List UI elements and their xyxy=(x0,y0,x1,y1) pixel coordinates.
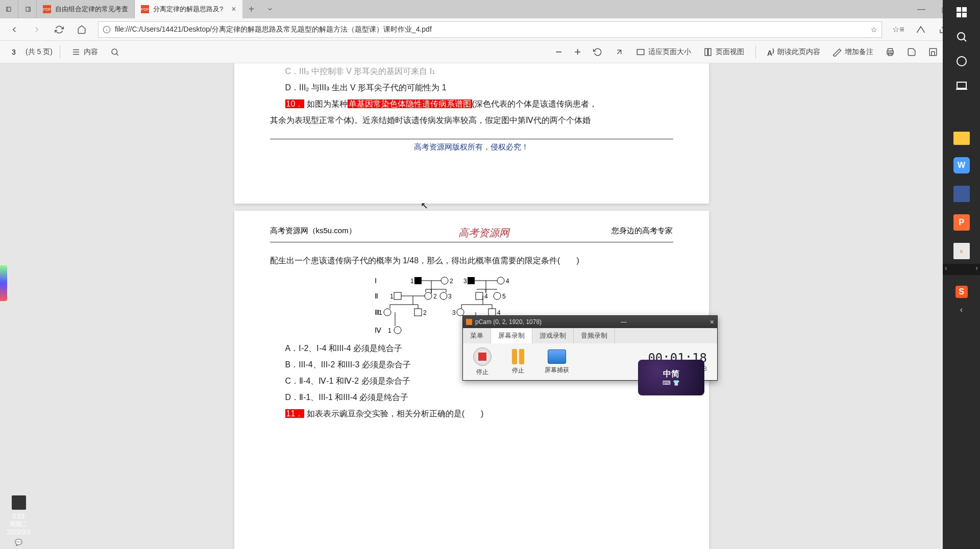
svg-text:2: 2 xyxy=(450,278,453,285)
wps-icon[interactable]: W xyxy=(953,157,970,173)
svg-rect-5 xyxy=(705,48,707,56)
ocam-stop-button[interactable]: 停止 xyxy=(473,347,492,377)
svg-rect-68 xyxy=(957,13,961,17)
q11-number: 11． xyxy=(285,409,305,418)
svg-rect-67 xyxy=(962,7,967,12)
ocam-close-icon[interactable]: × xyxy=(710,318,714,326)
search-button[interactable] xyxy=(106,43,124,61)
favorite-icon[interactable]: ☆ xyxy=(871,26,877,34)
url-field[interactable]: file:///C:/Users/14421/Desktop/分离定律的解题思路… xyxy=(98,21,882,38)
home-button[interactable] xyxy=(71,19,92,40)
svg-rect-58 xyxy=(488,309,496,316)
ocam-titlebar[interactable]: pCam (0, 2, 1920, 1078) — × xyxy=(463,316,717,328)
page-total-label: (共 5 页) xyxy=(26,47,53,57)
svg-point-62 xyxy=(394,327,401,334)
ocam-tab-menu[interactable]: 菜单 xyxy=(463,328,491,343)
svg-rect-6 xyxy=(708,48,711,56)
svg-rect-4 xyxy=(637,49,644,55)
header-left: 高考资源网（ks5u.com） xyxy=(270,226,356,240)
cortana-icon[interactable] xyxy=(955,55,968,67)
sogou-tray-icon[interactable]: S xyxy=(943,286,980,298)
save-button[interactable] xyxy=(903,43,920,61)
tab-inactive[interactable]: PDF 自由组合定律的常见考查 xyxy=(37,0,135,18)
print-button[interactable] xyxy=(881,43,899,61)
zoom-in-button[interactable]: + xyxy=(570,43,585,61)
ocam-taskbar-icon[interactable]: o xyxy=(953,243,970,259)
svg-text:2: 2 xyxy=(423,309,427,316)
ocam-tab-audio[interactable]: 音频录制 xyxy=(574,328,615,343)
refresh-button[interactable] xyxy=(49,19,69,40)
svg-text:1: 1 xyxy=(379,309,382,316)
new-tab-button[interactable]: + xyxy=(242,0,261,18)
system-clock[interactable]: 0:53 周期二 2020/2/1 💬 xyxy=(0,492,37,549)
question-11: 11． 如表表示豌豆杂交实验，相关分析正确的是( ) xyxy=(270,406,673,422)
svg-text:4: 4 xyxy=(484,293,488,300)
search-icon[interactable] xyxy=(955,31,968,43)
ocam-icon xyxy=(466,319,472,325)
taskview-icon[interactable] xyxy=(955,80,968,92)
windows-start-icon[interactable] xyxy=(955,6,968,18)
tab-dropdown-icon[interactable] xyxy=(261,0,279,18)
svg-point-71 xyxy=(957,57,966,66)
tray-back-icon[interactable]: ‹ xyxy=(943,305,980,314)
svg-point-30 xyxy=(425,292,432,300)
question-10: 10． 如图为某种单基因常染色体隐性遗传病系谱图(深色代表的个体是该遗传病患者， xyxy=(270,96,673,112)
app-icon-1[interactable] xyxy=(953,186,970,202)
favorites-icon[interactable]: ☆≡ xyxy=(888,19,909,40)
fit-page-button[interactable]: 适应页面大小 xyxy=(632,43,695,61)
close-icon[interactable]: × xyxy=(231,5,236,14)
ocam-tab-screen[interactable]: 屏幕录制 xyxy=(491,328,532,343)
ocam-capture-button[interactable]: 屏幕捕获 xyxy=(545,350,569,375)
svg-rect-72 xyxy=(957,82,966,88)
pdf-viewer[interactable]: C．III₃ 中控制非 V 形耳尖的基因可来自 I₁ D．III₂ 与III₃ … xyxy=(0,63,943,549)
ocam-tabs: 菜单 屏幕录制 游戏录制 音频录制 xyxy=(463,328,717,343)
q10-cont: 其余为表现型正常个体)。近亲结婚时该遗传病发病率较高，假定图中第Ⅳ代的两个个体婚 xyxy=(270,112,673,129)
ocam-pause-button[interactable]: 停止 xyxy=(512,349,524,375)
page-footer: 高考资源网版权所有，侵权必究！ xyxy=(270,139,673,152)
ocam-tab-game[interactable]: 游戏录制 xyxy=(532,328,574,343)
svg-text:3: 3 xyxy=(463,278,467,285)
read-aloud-button[interactable]: A)朗读此页内容 xyxy=(763,43,824,61)
page-view-button[interactable]: 页面视图 xyxy=(699,43,748,61)
notification-icon[interactable]: 💬 xyxy=(0,539,37,546)
window-titlebar: PDF 自由组合定律的常见考查 PDF 分离定律的解题思路及? × + — ▢ … xyxy=(0,0,980,18)
svg-rect-38 xyxy=(476,292,483,300)
svg-text:4: 4 xyxy=(506,278,509,285)
save-as-button[interactable] xyxy=(924,43,942,61)
pdf-icon: PDF xyxy=(43,5,51,13)
tray-scroll[interactable]: ‹› xyxy=(943,264,980,275)
pdf-toolbar: (共 5 页) 内容 − + 适应页面大小 页面视图 A)朗读此页内容 增加备注 xyxy=(0,41,980,63)
option-d: D．Ⅱ-1、III-1 和III-4 必须是纯合子 xyxy=(285,389,673,406)
add-notes-button[interactable]: 增加备注 xyxy=(828,43,877,61)
rotate-button[interactable] xyxy=(589,43,606,61)
tab-back-icon[interactable] xyxy=(0,0,18,18)
svg-point-23 xyxy=(497,277,504,284)
app-icon-2[interactable]: P xyxy=(953,214,970,231)
svg-rect-28 xyxy=(394,292,401,300)
svg-text:1: 1 xyxy=(388,327,391,334)
expand-button[interactable] xyxy=(610,43,628,61)
svg-text:1: 1 xyxy=(410,278,414,285)
minimize-button[interactable]: — xyxy=(910,0,933,18)
side-gadget[interactable] xyxy=(0,265,7,301)
tray-icon[interactable] xyxy=(12,495,26,510)
ocam-minimize-icon[interactable]: — xyxy=(621,318,627,326)
page-number-input[interactable] xyxy=(6,45,21,59)
pdf-icon: PDF xyxy=(141,5,149,13)
option-d: D．III₂ 与III₃ 生出 V 形耳尖子代的可能性为 1 xyxy=(285,80,673,96)
back-button[interactable] xyxy=(4,19,24,40)
pdf-page-3-bottom: C．III₃ 中控制非 V 形耳尖的基因可来自 I₁ D．III₂ 与III₃ … xyxy=(234,63,709,204)
zoom-out-button[interactable]: − xyxy=(551,43,566,61)
contents-button[interactable]: 内容 xyxy=(67,43,102,61)
tab-active[interactable]: PDF 分离定律的解题思路及? × xyxy=(135,0,242,18)
svg-point-49 xyxy=(384,309,391,316)
tab-forward-icon[interactable] xyxy=(18,0,37,18)
q10-number: 10． xyxy=(285,99,305,108)
ime-indicator[interactable]: 中简 ⌨ 👕 xyxy=(638,360,704,395)
ocam-title-text: pCam (0, 2, 1920, 1078) xyxy=(475,318,542,326)
forward-button[interactable] xyxy=(27,19,47,40)
reading-icon[interactable] xyxy=(911,19,931,40)
explorer-icon[interactable] xyxy=(953,132,970,145)
tab-label: 分离定律的解题思路及? xyxy=(153,5,223,14)
svg-text:1: 1 xyxy=(390,293,394,300)
